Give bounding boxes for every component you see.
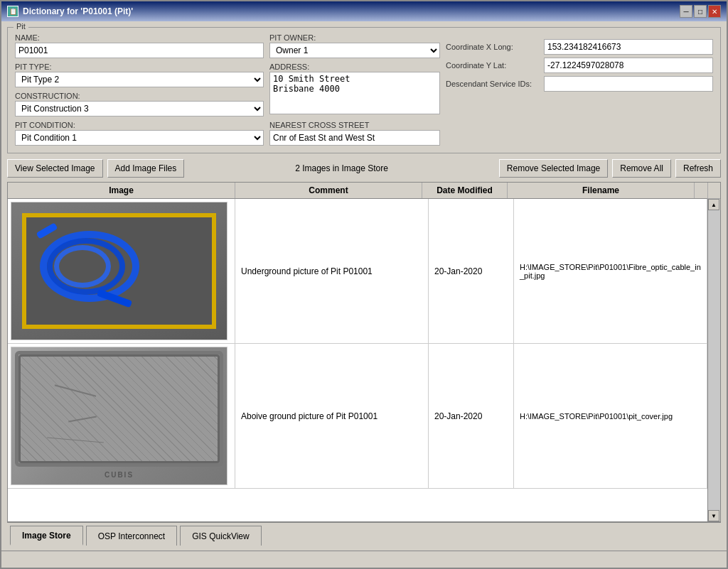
coord-y-input[interactable]	[544, 58, 713, 73]
main-window: 📋 Dictionary for 'P01001 (Pit)' ─ □ ✕ Pi…	[0, 0, 728, 569]
cross-street-input[interactable]	[269, 130, 440, 146]
remove-all-button[interactable]: Remove All	[612, 159, 671, 178]
table-body-area: Underground picture of Pit P01001 20-Jan…	[8, 199, 720, 521]
add-image-button[interactable]: Add Image Files	[107, 159, 185, 178]
cross-street-label: NEAREST CROSS STREET	[269, 121, 440, 129]
view-selected-button[interactable]: View Selected Image	[7, 159, 103, 178]
header-scroll-space	[707, 183, 720, 199]
image-table-container: Image Comment Date Modified Filename	[7, 182, 721, 522]
row1-date: 20-Jan-2020	[434, 266, 482, 276]
name-input[interactable]	[15, 43, 264, 58]
construction-label: CONSTRUCTION:	[15, 92, 264, 100]
table-row[interactable]: CUBIS Aboive ground picture of Pit P0100…	[8, 344, 707, 489]
table-row[interactable]: Underground picture of Pit P01001 20-Jan…	[8, 199, 707, 344]
pit-owner-label: PIT OWNER:	[269, 33, 440, 42]
row2-date: 20-Jan-2020	[434, 411, 482, 421]
left-column: NAME: PIT TYPE: Pit Type 2 Pit Type 1 Pi…	[15, 33, 264, 146]
pit-condition-select[interactable]: Pit Condition 1 Pit Condition 2 Pit Cond…	[15, 130, 264, 146]
name-label: NAME:	[15, 33, 264, 42]
tab-gis-quickview[interactable]: GIS QuickView	[180, 526, 261, 546]
row2-filename-cell: H:\IMAGE_STORE\Pit\P01001\pit_cover.jpg	[514, 344, 707, 488]
row1-date-cell: 20-Jan-2020	[429, 199, 514, 343]
row2-date-cell: 20-Jan-2020	[429, 344, 514, 488]
maximize-button[interactable]: □	[694, 5, 707, 18]
title-buttons: ─ □ ✕	[680, 5, 721, 18]
header-filename: Filename	[508, 183, 695, 198]
refresh-button[interactable]: Refresh	[675, 159, 721, 178]
header-comment: Comment	[235, 183, 422, 198]
coord-x-label: Coordinate X Long:	[446, 43, 538, 51]
remove-selected-button[interactable]: Remove Selected Image	[499, 159, 608, 178]
scroll-up-arrow[interactable]: ▲	[708, 199, 719, 210]
tab-image-store[interactable]: Image Store	[10, 526, 83, 546]
bottom-bar	[1, 551, 727, 568]
image-table-body[interactable]: Underground picture of Pit P01001 20-Jan…	[8, 199, 707, 521]
form-row: NAME: PIT TYPE: Pit Type 2 Pit Type 1 Pi…	[15, 33, 713, 146]
row2-comment: Aboive ground picture of Pit P01001	[241, 411, 378, 421]
coord-y-label: Coordinate Y Lat:	[446, 61, 538, 70]
descendant-label: Descendant Service IDs:	[446, 80, 538, 88]
tabs-bar: Image Store OSP Interconnect GIS QuickVi…	[7, 522, 721, 545]
tab-osp-interconnect[interactable]: OSP Interconnect	[86, 526, 178, 546]
window-title: Dictionary for 'P01001 (Pit)'	[23, 6, 133, 16]
table-header-area: Image Comment Date Modified Filename	[8, 183, 720, 199]
pit-type-label: PIT TYPE:	[15, 63, 264, 71]
pit-owner-select[interactable]: Owner 1 Owner 2 Owner 3	[269, 43, 440, 58]
header-image: Image	[8, 183, 235, 198]
content-area: Pit NAME: PIT TYPE: Pit Type 2 Pit Type …	[1, 21, 727, 551]
row1-image-cell	[8, 199, 235, 343]
descendant-input[interactable]	[544, 76, 713, 92]
mid-column: PIT OWNER: Owner 1 Owner 2 Owner 3 ADDRE…	[269, 33, 440, 146]
construction-select[interactable]: Pit Construction 3 Pit Construction 1 Pi…	[15, 101, 264, 116]
scroll-down-arrow[interactable]: ▼	[708, 510, 719, 521]
coord-y-row: Coordinate Y Lat:	[446, 58, 713, 73]
close-button[interactable]: ✕	[708, 5, 721, 18]
right-column: Coordinate X Long: Coordinate Y Lat: Des…	[446, 33, 713, 94]
image-toolbar: View Selected Image Add Image Files 2 Im…	[7, 159, 721, 178]
descendant-row: Descendant Service IDs:	[446, 76, 713, 92]
row2-filename: H:\IMAGE_STORE\Pit\P01001\pit_cover.jpg	[520, 412, 673, 421]
row2-comment-cell: Aboive ground picture of Pit P01001	[235, 344, 429, 488]
pit-group-box: Pit NAME: PIT TYPE: Pit Type 2 Pit Type …	[7, 27, 721, 153]
title-bar: 📋 Dictionary for 'P01001 (Pit)' ─ □ ✕	[1, 1, 727, 21]
scrollbar: ▲ ▼	[707, 199, 720, 521]
coord-x-input[interactable]	[544, 39, 713, 55]
scroll-track[interactable]	[708, 210, 720, 510]
table-header: Image Comment Date Modified Filename	[8, 183, 707, 199]
title-bar-left: 📋 Dictionary for 'P01001 (Pit)'	[7, 6, 133, 17]
row1-filename-cell: H:\IMAGE_STORE\Pit\P01001\Fibre_optic_ca…	[514, 199, 707, 343]
toolbar-right: Remove Selected Image Remove All Refresh	[499, 159, 721, 178]
header-date: Date Modified	[422, 183, 508, 198]
image-count-info: 2 Images in Image Store	[188, 163, 495, 173]
window-icon: 📋	[7, 6, 18, 17]
row1-comment: Underground picture of Pit P01001	[241, 266, 373, 276]
address-textarea[interactable]: 10 Smith Street Brisbane 4000	[269, 72, 440, 114]
coord-x-row: Coordinate X Long:	[446, 39, 713, 55]
pit-type-select[interactable]: Pit Type 2 Pit Type 1 Pit Type 3	[15, 72, 264, 87]
address-label: ADDRESS:	[269, 63, 440, 71]
row1-comment-cell: Underground picture of Pit P01001	[235, 199, 429, 343]
group-label: Pit	[14, 22, 28, 31]
row2-image-cell: CUBIS	[8, 344, 235, 488]
pit-condition-label: PIT CONDITION:	[15, 121, 264, 129]
minimize-button[interactable]: ─	[680, 5, 692, 18]
row1-filename: H:\IMAGE_STORE\Pit\P01001\Fibre_optic_ca…	[520, 263, 701, 280]
